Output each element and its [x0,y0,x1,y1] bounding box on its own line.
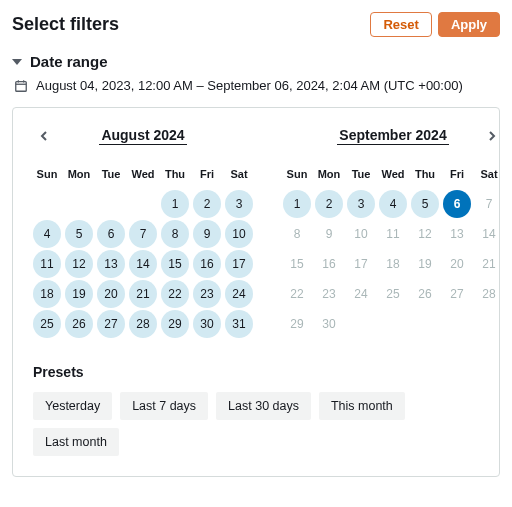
calendar-day: 17 [347,250,375,278]
calendar-day[interactable]: 7 [129,220,157,248]
dow-label: Thu [411,160,439,188]
prev-month-button[interactable] [35,127,53,145]
calendar-day[interactable]: 6 [97,220,125,248]
preset-button[interactable]: Yesterday [33,392,112,420]
calendar-day: 13 [443,220,471,248]
calendar-day: 15 [283,250,311,278]
calendar-day[interactable]: 17 [225,250,253,278]
calendar-day[interactable]: 3 [225,190,253,218]
calendar-day[interactable]: 30 [193,310,221,338]
calendar-day[interactable]: 22 [161,280,189,308]
calendar-day: 7 [475,190,503,218]
calendar-day: 23 [315,280,343,308]
date-range-text: August 04, 2023, 12:00 AM – September 06… [36,78,463,93]
apply-button[interactable]: Apply [438,12,500,37]
page-title: Select filters [12,14,119,35]
calendar-day[interactable]: 29 [161,310,189,338]
dow-label: Sun [283,160,311,188]
calendar-day: 28 [475,280,503,308]
calendar-day: 25 [379,280,407,308]
calendar-day[interactable]: 26 [65,310,93,338]
calendar-day[interactable]: 9 [193,220,221,248]
calendar-day[interactable]: 11 [33,250,61,278]
calendar-day: 27 [443,280,471,308]
preset-button[interactable]: Last month [33,428,119,456]
dow-label: Mon [315,160,343,188]
month-right: September 2024 SunMonTueWedThuFriSat1234… [283,126,503,338]
calendar-day[interactable]: 1 [161,190,189,218]
calendar-day[interactable]: 27 [97,310,125,338]
dow-label: Tue [347,160,375,188]
dow-label: Mon [65,160,93,188]
calendar-day[interactable]: 2 [193,190,221,218]
calendar-day[interactable]: 4 [379,190,407,218]
dow-label: Fri [193,160,221,188]
calendar-day[interactable]: 31 [225,310,253,338]
calendar-day[interactable]: 10 [225,220,253,248]
calendar-day[interactable]: 4 [33,220,61,248]
calendar-day: 14 [475,220,503,248]
calendar-day: 11 [379,220,407,248]
calendar-day[interactable]: 21 [129,280,157,308]
month-left-title: August 2024 [99,127,186,145]
calendar-day[interactable]: 5 [411,190,439,218]
date-range-toggle[interactable]: Date range [12,53,500,70]
calendar-day: 29 [283,310,311,338]
calendar-day[interactable]: 5 [65,220,93,248]
section-label: Date range [30,53,108,70]
calendar-day[interactable]: 23 [193,280,221,308]
presets-label: Presets [33,364,479,380]
calendar-day[interactable]: 25 [33,310,61,338]
calendar-day: 30 [315,310,343,338]
calendar-day: 20 [443,250,471,278]
calendar-day[interactable]: 16 [193,250,221,278]
dow-label: Thu [161,160,189,188]
calendar-day: 16 [315,250,343,278]
dow-label: Sun [33,160,61,188]
dow-label: Sat [225,160,253,188]
calendar-day: 19 [411,250,439,278]
chevron-down-icon [12,59,22,65]
dow-label: Wed [379,160,407,188]
date-picker-panel: August 2024 SunMonTueWedThuFriSat1234567… [12,107,500,477]
calendar-day: 26 [411,280,439,308]
calendar-day[interactable]: 18 [33,280,61,308]
preset-button[interactable]: Last 30 days [216,392,311,420]
calendar-day[interactable]: 19 [65,280,93,308]
calendar-day[interactable]: 1 [283,190,311,218]
calendar-day[interactable]: 15 [161,250,189,278]
reset-button[interactable]: Reset [370,12,431,37]
calendar-day[interactable]: 12 [65,250,93,278]
next-month-button[interactable] [483,127,501,145]
calendar-day[interactable]: 3 [347,190,375,218]
calendar-day: 24 [347,280,375,308]
preset-button[interactable]: This month [319,392,405,420]
month-left: August 2024 SunMonTueWedThuFriSat1234567… [33,126,253,338]
dow-label: Wed [129,160,157,188]
calendar-day: 12 [411,220,439,248]
calendar-day[interactable]: 14 [129,250,157,278]
calendar-day: 8 [283,220,311,248]
calendar-day: 22 [283,280,311,308]
calendar-day: 10 [347,220,375,248]
calendar-day[interactable]: 24 [225,280,253,308]
calendar-day: 21 [475,250,503,278]
calendar-day[interactable]: 20 [97,280,125,308]
calendar-day[interactable]: 6 [443,190,471,218]
calendar-icon [14,79,28,93]
month-right-title: September 2024 [337,127,448,145]
calendar-day[interactable]: 2 [315,190,343,218]
svg-rect-0 [16,81,27,91]
calendar-day[interactable]: 13 [97,250,125,278]
dow-label: Fri [443,160,471,188]
dow-label: Tue [97,160,125,188]
calendar-day[interactable]: 28 [129,310,157,338]
preset-button[interactable]: Last 7 days [120,392,208,420]
calendar-day[interactable]: 8 [161,220,189,248]
dow-label: Sat [475,160,503,188]
calendar-day: 18 [379,250,407,278]
calendar-day: 9 [315,220,343,248]
